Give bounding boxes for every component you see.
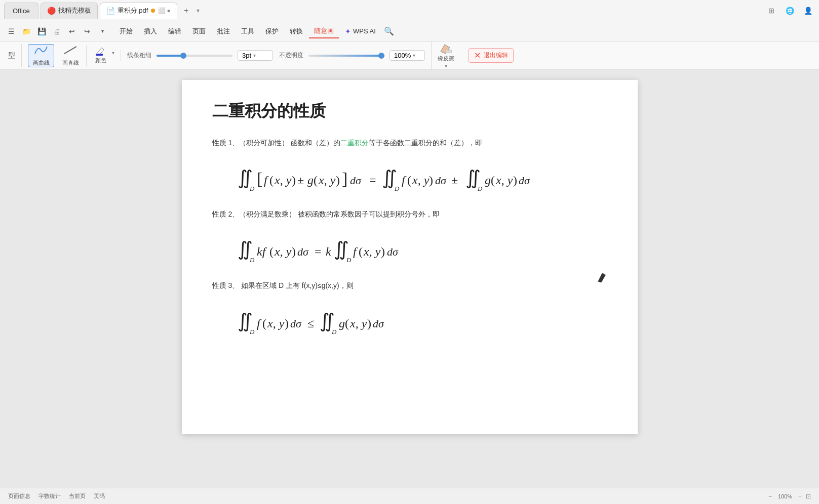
svg-text:f: f — [402, 174, 407, 187]
zoom-level: 100% — [776, 493, 794, 499]
search-button[interactable]: 🔍 — [382, 24, 396, 38]
thickness-label: 线条粗细 — [127, 51, 151, 60]
menu-page[interactable]: 页面 — [187, 25, 211, 38]
tab-modified-dot — [151, 9, 155, 13]
svg-text:(: ( — [269, 174, 274, 187]
bottom-page-info[interactable]: 页面信息 — [8, 492, 30, 500]
svg-text:x, y: x, y — [267, 317, 285, 330]
svg-text:): ) — [292, 174, 296, 187]
zoom-out-btn[interactable]: − — [768, 493, 772, 500]
drawing-toolbar: 型 画曲线 画直线 颜色 ▾ 线条粗细 3pt — [0, 41, 819, 70]
svg-text:(: ( — [407, 174, 411, 187]
account-icon[interactable]: 👤 — [801, 4, 815, 18]
folder-icon[interactable]: 📁 — [19, 24, 33, 38]
bottom-current-page[interactable]: 当前页 — [69, 492, 86, 500]
pen-cursor-indicator — [595, 271, 608, 287]
svg-text:f: f — [257, 317, 262, 330]
svg-text:): ) — [429, 174, 433, 187]
menu-edit[interactable]: 编辑 — [163, 25, 186, 38]
thickness-value-dropdown[interactable]: 3pt ▾ — [238, 50, 273, 61]
draw-straight-tool[interactable]: 画直线 — [60, 44, 87, 67]
opacity-slider[interactable] — [308, 55, 384, 57]
svg-text:=: = — [369, 174, 376, 187]
color-label: 颜色 — [95, 57, 106, 64]
eraser-icon — [440, 43, 453, 54]
menu-comment[interactable]: 批注 — [212, 25, 235, 38]
bottom-word-count[interactable]: 字数统计 — [38, 492, 61, 500]
pdf-page: 二重积分的性质 性质 1、（积分可加性） 函数和（差）的二重积分等于各函数二重积… — [182, 80, 638, 434]
menu-bar: ☰ 📁 💾 🖨 ↩ ↪ ▾ 开始 插入 编辑 页面 批注 工具 保护 转换 随意… — [0, 21, 819, 41]
color-dropdown-icon[interactable]: ▾ — [112, 50, 114, 56]
svg-text:x, y: x, y — [274, 174, 292, 187]
content-area: 二重积分的性质 性质 1、（积分可加性） 函数和（差）的二重积分等于各函数二重积… — [0, 70, 819, 488]
svg-text:x, y: x, y — [363, 245, 381, 258]
draw-type-selector[interactable]: 型 — [8, 44, 22, 67]
svg-text:(: ( — [491, 174, 495, 187]
expand-icon[interactable]: ☰ — [4, 24, 18, 38]
svg-text:(: ( — [359, 245, 363, 258]
exit-icon: ✕ — [474, 51, 481, 60]
svg-rect-2 — [446, 50, 452, 53]
tab-office-label: Office — [13, 7, 30, 15]
tab-pdf-label: 重积分.pdf — [118, 6, 148, 15]
property-1-text: 性质 1、（积分可加性） 函数和（差）的二重积分等于各函数二重积分的和（差），即 — [212, 137, 607, 149]
color-picker[interactable]: 颜色 — [95, 47, 107, 64]
title-bar: Office 🔴 找稻壳模板 📄 重积分.pdf ⬜ ● + ▾ ⊞ 🌐 👤 — [0, 0, 819, 21]
redo-dropdown-icon[interactable]: ▾ — [95, 24, 109, 38]
new-tab-button[interactable]: + — [179, 4, 193, 18]
opacity-label: 不透明度 — [279, 51, 303, 60]
tab-findrice[interactable]: 🔴 找稻壳模板 — [41, 3, 98, 19]
tab-dropdown-icon[interactable]: ▾ — [197, 7, 200, 14]
svg-text:(: ( — [269, 245, 274, 258]
svg-text:x, y: x, y — [349, 317, 367, 330]
exit-edit-button[interactable]: ✕ 退出编辑 — [469, 48, 514, 63]
svg-text:dσ: dσ — [435, 174, 447, 187]
svg-text:dσ: dσ — [519, 174, 530, 187]
zoom-in-btn[interactable]: + — [798, 493, 802, 500]
thickness-slider[interactable] — [157, 55, 232, 57]
menu-draw[interactable]: 随意画 — [309, 24, 339, 38]
undo-icon[interactable]: ↩ — [65, 24, 79, 38]
pen-color-icon — [95, 47, 107, 56]
svg-text:): ) — [367, 317, 371, 330]
thickness-chevron: ▾ — [253, 53, 256, 58]
tab-pdf[interactable]: 📄 重积分.pdf ⬜ ● — [100, 3, 177, 19]
svg-text:dσ: dσ — [350, 174, 362, 187]
svg-text:D: D — [394, 185, 400, 192]
redo-icon[interactable]: ↪ — [80, 24, 94, 38]
opacity-value-dropdown[interactable]: 100% ▾ — [389, 50, 425, 61]
tab-office[interactable]: Office — [4, 3, 38, 19]
eraser-dropdown-icon[interactable]: ▾ — [445, 63, 447, 69]
svg-text:D: D — [477, 185, 483, 192]
tab-minimize-icon[interactable]: ⬜ — [158, 7, 166, 14]
layout-icon[interactable]: ⊞ — [764, 4, 778, 18]
svg-text:x, y: x, y — [274, 245, 292, 258]
svg-text:±: ± — [297, 174, 304, 187]
property-2-text: 性质 2、（积分满足数乘） 被积函数的常系数因子可以提到积分号外，即 — [212, 208, 607, 221]
svg-text:dσ: dσ — [297, 245, 309, 258]
formula-2-svg: ∬ D kf ( x, y ) dσ = k ∬ D f ( x, y ) dσ — [232, 228, 486, 268]
save-icon[interactable]: 💾 — [34, 24, 49, 38]
draw-curve-tool[interactable]: 画曲线 — [28, 44, 54, 67]
wps-ai-button[interactable]: ✦ WPS AI — [340, 25, 381, 37]
svg-text:D: D — [249, 185, 255, 192]
menu-convert[interactable]: 转换 — [285, 25, 308, 38]
print-icon[interactable]: 🖨 — [50, 24, 64, 38]
bottom-page-number[interactable]: 页码 — [94, 492, 105, 500]
svg-text:f: f — [353, 245, 358, 258]
curve-icon — [34, 45, 48, 58]
browse-icon[interactable]: 🌐 — [783, 4, 797, 18]
svg-text:): ) — [285, 317, 289, 330]
menu-tools[interactable]: 工具 — [236, 25, 259, 38]
tab-close-icon[interactable]: ● — [167, 7, 170, 14]
svg-text:(: ( — [262, 317, 266, 330]
menu-insert[interactable]: 插入 — [139, 25, 162, 38]
fit-page-btn[interactable]: ⊡ — [806, 493, 811, 500]
menu-protect[interactable]: 保护 — [260, 25, 284, 38]
eraser-tool[interactable]: 橡皮擦 ▾ — [431, 40, 458, 71]
svg-text:x, y: x, y — [495, 174, 513, 187]
bottom-bar: 页面信息 字数统计 当前页 页码 − 100% + ⊡ — [0, 488, 819, 504]
formula-3: ∬ D f ( x, y ) dσ ≤ ∬ D g ( x, y ) dσ — [222, 300, 607, 340]
svg-text:[: [ — [257, 169, 262, 188]
menu-start[interactable]: 开始 — [114, 25, 138, 38]
